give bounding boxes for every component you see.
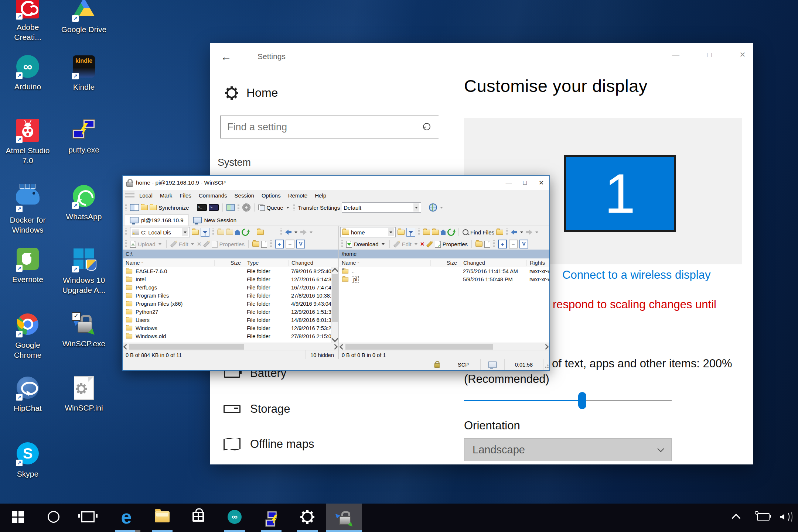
transfer-settings-combo[interactable]: Default (342, 202, 421, 213)
taskbar-winscp-active[interactable] (326, 504, 362, 532)
tree-icon[interactable] (257, 230, 264, 235)
desktop-icon-docker[interactable]: Docker forWindows (0, 184, 55, 235)
select-filter-icon[interactable]: A (296, 240, 305, 248)
new-folder-icon[interactable] (475, 241, 482, 247)
select-minus-icon[interactable]: − (286, 240, 294, 248)
column-name[interactable]: Name^ (339, 260, 430, 266)
maximize-button[interactable]: □ (517, 177, 533, 188)
forward-history-caret[interactable] (310, 231, 313, 233)
refresh-icon[interactable] (446, 227, 456, 237)
forward-icon[interactable] (526, 230, 532, 235)
slider-thumb[interactable] (578, 392, 586, 409)
root-dir-icon[interactable] (432, 230, 439, 235)
layout-icon[interactable] (130, 204, 139, 211)
close-button[interactable]: ✕ (533, 177, 549, 188)
taskbar-edge[interactable]: e (109, 504, 144, 530)
home-dir-icon[interactable] (441, 232, 446, 235)
horizontal-scrollbar[interactable] (123, 343, 338, 350)
file-row[interactable]: PerfLogsFile folder16/7/2016 7:47:4 (123, 284, 338, 292)
copy-icon[interactable] (484, 241, 490, 248)
edit-button[interactable]: Edit (402, 241, 412, 247)
remote-dir-combo[interactable]: home (340, 227, 396, 237)
local-path-bar[interactable]: C:\ (123, 250, 338, 258)
preferences-gear-icon[interactable] (242, 203, 250, 212)
menu-mark[interactable]: Mark (156, 192, 176, 199)
search-icon[interactable] (423, 123, 430, 130)
find-files-button[interactable]: Find Files (470, 229, 494, 236)
back-icon[interactable] (511, 230, 517, 235)
rename-icon[interactable] (203, 241, 210, 247)
horizontal-scrollbar[interactable] (339, 343, 549, 350)
file-row[interactable]: Windows.oldFile folder27/8/2016 2:15:0 (123, 332, 338, 340)
file-row[interactable]: UsersFile folder14/8/2016 6:01:3 (123, 316, 338, 324)
file-row[interactable]: Program Files (x86)File folder4/9/2016 9… (123, 300, 338, 308)
start-button[interactable] (0, 504, 35, 530)
winscp-titlebar[interactable]: home - pi@192.168.10.9 - WinSCP ― □ ✕ (123, 176, 549, 190)
back-history-caret[interactable] (294, 231, 297, 233)
desktop-icon-atmel-studio[interactable]: Atmel Studio7.0 (0, 118, 55, 165)
close-button[interactable]: ✕ (736, 49, 749, 60)
taskbar-settings[interactable] (290, 504, 325, 530)
parent-dir-icon[interactable] (217, 230, 224, 235)
tree-icon[interactable] (496, 230, 503, 235)
forward-icon[interactable] (300, 230, 307, 235)
open-folder-icon[interactable] (192, 230, 199, 235)
file-row[interactable]: EAGLE-7.6.0File folder7/9/2016 8:25:40 (123, 267, 338, 275)
filter-icon[interactable] (406, 228, 415, 237)
back-button[interactable]: ← (221, 51, 232, 63)
new-session-tab[interactable]: New Session (188, 214, 241, 226)
sync-red-folder-icon[interactable] (141, 205, 148, 210)
forward-history-caret[interactable] (535, 231, 538, 233)
desktop-icon-winscp-ini[interactable]: WinSCP.ini (56, 375, 112, 413)
desktop-icon-winscp-exe[interactable]: ✓ WinSCP.exe (56, 312, 112, 349)
back-history-caret[interactable] (520, 231, 523, 233)
swap-panels-icon[interactable] (226, 204, 235, 211)
properties-button[interactable]: Properties (219, 241, 245, 247)
synchronize-button[interactable]: Synchronize (158, 205, 189, 211)
taskbar-file-explorer[interactable] (144, 504, 180, 530)
menu-help[interactable]: Help (311, 192, 330, 199)
desktop-icon-skype[interactable]: S Skype (0, 441, 55, 479)
task-view-button[interactable] (70, 504, 106, 530)
select-plus-icon[interactable]: + (498, 240, 507, 248)
queue-dropdown-caret[interactable] (286, 207, 289, 209)
queue-button[interactable]: Queue (267, 205, 283, 211)
menu-options[interactable]: Options (258, 192, 284, 199)
menu-local[interactable]: Local (136, 192, 156, 199)
resize-grip[interactable] (543, 359, 549, 370)
file-row[interactable]: Python27File folder12/9/2016 1:51:3 (123, 308, 338, 316)
desktop-icon-hipchat[interactable]: HipChat (0, 375, 55, 413)
column-changed[interactable]: Changed (288, 260, 338, 266)
refresh-icon[interactable] (240, 227, 250, 237)
filter-icon[interactable] (201, 228, 209, 237)
file-row-parent[interactable]: .. 27/5/2016 11:41:54 AM rwxr-xr-x (339, 267, 549, 275)
properties-button[interactable]: Properties (443, 241, 468, 247)
tray-battery[interactable] (750, 504, 777, 530)
console-lightning-icon[interactable]: ↳ (209, 204, 219, 211)
local-drive-combo[interactable]: C: Local Dis (130, 227, 190, 237)
select-filter-icon[interactable]: A (519, 240, 528, 248)
desktop-icon-kindle[interactable]: kindle Kindle (56, 54, 112, 92)
menu-session[interactable]: Session (231, 192, 258, 199)
desktop-icon-putty[interactable]: putty.exe (56, 118, 112, 155)
session-tab-active[interactable]: pi@192.168.10.9 (125, 214, 188, 226)
settings-home[interactable]: Home (225, 86, 278, 100)
new-folder-icon[interactable] (252, 241, 259, 247)
monitor-1[interactable]: 1 (564, 155, 676, 232)
desktop-icon-windows10-upgrade[interactable]: Windows 10Upgrade A... (56, 247, 112, 295)
taskbar-store[interactable] (181, 504, 216, 530)
desktop-icon-google-chrome[interactable]: GoogleChrome (0, 312, 55, 360)
desktop-icon-whatsapp[interactable]: WhatsApp (56, 184, 112, 222)
tray-show-hidden-icons[interactable] (723, 504, 749, 530)
file-row[interactable]: Program FilesFile folder27/8/2016 10:38: (123, 292, 338, 300)
console-icon[interactable]: >_ (197, 204, 207, 211)
upload-button[interactable]: Upload (138, 241, 156, 247)
maximize-button[interactable]: □ (703, 49, 716, 60)
scaling-slider[interactable] (464, 400, 672, 401)
vertical-scrollbar[interactable] (331, 267, 338, 343)
back-icon[interactable] (285, 230, 291, 235)
sidebar-item-offline-maps[interactable]: Offline maps (224, 437, 314, 451)
file-row[interactable]: IntelFile folder12/7/2016 6:14:3 (123, 275, 338, 284)
sidebar-item-storage[interactable]: Storage (224, 402, 290, 416)
select-minus-icon[interactable]: − (509, 240, 518, 248)
